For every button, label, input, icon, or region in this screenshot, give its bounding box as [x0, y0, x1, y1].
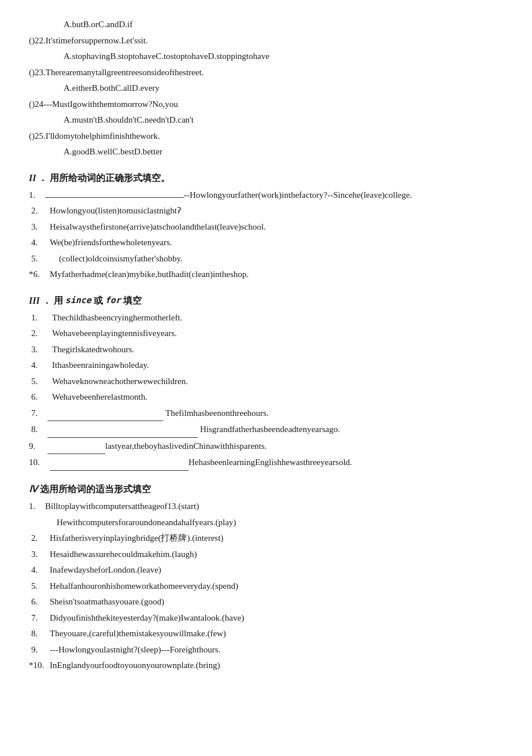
section2-dot: ．: [38, 170, 47, 186]
s4-n5: 5.: [29, 579, 45, 594]
section2-zh: 用所给动词的正确形式填空。: [50, 170, 170, 186]
q22: ()22.It'stimeforsuppernow.Let'ssit.: [29, 34, 503, 49]
q24-text: ()24---MustIgowiththemtomorrow?No,you: [29, 99, 178, 109]
s4-n10: *10.: [29, 658, 50, 673]
s3-item5: 5. Wehaveknowneachotherwewechildren.: [29, 374, 503, 389]
section2-item4: 4. We(be)friendsforthewholetenyears.: [29, 235, 503, 250]
q25-options: A.goodB.wellC.bestD.better: [29, 145, 503, 160]
s4-item1: 1. Billtoplaywithcomputersattheageof13.(…: [29, 499, 503, 514]
s3-t1: Thechildhasbeencryinghermotherleft.: [47, 311, 182, 326]
item1-num: 1.: [29, 188, 45, 203]
section3-zh1: 用: [54, 293, 63, 308]
q23-text: ()23.Therearemanytallgreentreesonsideoft…: [29, 68, 204, 77]
s3-n5: 5.: [29, 374, 47, 389]
s3-t9: lastyear,theboyhaslivedinChinawithhispar…: [105, 439, 267, 454]
item2-text: Howlongyou(listen)tomusiclastnightʔ: [45, 204, 182, 219]
item4-num: 4.: [29, 235, 45, 250]
s3-item4: 4. Ithasbeenrainingawholeday.: [29, 358, 503, 373]
item2-num: 2.: [29, 204, 45, 219]
q22-options: A.stophavingB.stoptohaveC.tostoptohaveD.…: [29, 49, 503, 64]
s4-t8: Theyouare,(careful)themistakesyouwillmak…: [45, 626, 226, 641]
s4-t2: Hisfatherisveryinplayingbridge(打桥牌).(int…: [45, 531, 223, 546]
s4-n2: 2.: [29, 531, 45, 546]
s3-n4: 4.: [29, 358, 47, 373]
s3-n3: 3.: [29, 342, 47, 357]
s4-item6: 6. Sheisn'tsoatmathasyouare.(good): [29, 595, 503, 610]
s4-item4: 4. InafewdaysheforLondon.(leave): [29, 563, 503, 578]
q24: ()24---MustIgowiththemtomorrow?No,you: [29, 97, 503, 112]
q-footer-options: A.butB.orC.andD.if: [29, 17, 503, 32]
s3-n1: 1.: [29, 311, 47, 326]
s3-item7: 7. Thefilmhasbeenonthreehours.: [29, 406, 503, 422]
section3-or: 或: [94, 293, 103, 308]
item3-text: Heisalwaysthefirstone(arrive)atschooland…: [45, 220, 266, 235]
section2-roman: II: [29, 170, 36, 186]
s4-n1: 1.: [29, 499, 45, 514]
s3-item3: 3. Thegirlskatedtwohours.: [29, 342, 503, 357]
section3-dot: ．: [42, 293, 51, 308]
page-content: A.butB.orC.andD.if ()22.It'stimeforsuppe…: [29, 17, 503, 673]
section4-roman: Ⅳ: [29, 481, 38, 497]
item5-text: (collect)oldcoinsismyfather'shobby.: [45, 252, 183, 267]
s3-item8: 8. Hisgrandfatherhasbeendeadtenyearsago.: [29, 422, 503, 438]
q25-text: ()25.I'lldomytohelphimfinishthework.: [29, 131, 160, 141]
item1-blank: [45, 197, 184, 198]
section3-since: since: [65, 293, 91, 308]
item4-text: We(be)friendsforthewholetenyears.: [45, 235, 172, 250]
q25: ()25.I'lldomytohelphimfinishthework.: [29, 129, 503, 144]
s4-n4: 4.: [29, 563, 45, 578]
s4-n3: 3.: [29, 547, 45, 562]
s4-item3: 3. Hesaidhewassurehecouldmakehim.(laugh): [29, 547, 503, 562]
s3-n7: 7.: [29, 406, 47, 421]
s3-blank8: [47, 422, 198, 438]
q23: ()23.Therearemanytallgreentreesonsideoft…: [29, 65, 503, 80]
s4-n6: 6.: [29, 595, 45, 610]
q22-options-text: A.stophavingB.stoptohaveC.tostoptohaveD.…: [64, 51, 269, 61]
s3-t4: Ithasbeenrainingawholeday.: [47, 358, 149, 373]
item5-num: 5.: [29, 252, 45, 267]
section2-item6: *6. Myfatherhadme(clean)mybike,butIhadit…: [29, 267, 503, 282]
s4-t1b: Hewithcomputersforaroundoneandahalfyears…: [57, 515, 236, 530]
section2-item3: 3. Heisalwaysthefirstone(arrive)atschool…: [29, 220, 503, 235]
q23-options: A.eitherB.bothC.allD.every: [29, 81, 503, 96]
s3-item6: 6. Wehavebeenherelastmonth.: [29, 390, 503, 405]
s3-item9: 9. lastyear,theboyhaslivedinChinawithhis…: [29, 439, 503, 455]
s4-n7: 7.: [29, 611, 45, 626]
s4-t1: Billtoplaywithcomputersattheageof13.(sta…: [45, 499, 199, 514]
s4-n9: 9.: [29, 643, 45, 658]
section2-item2: 2. Howlongyou(listen)tomusiclastnightʔ: [29, 204, 503, 219]
q24-options-text: A.mustn'tB.shouldn'tC.needn'tD.can't: [64, 115, 194, 124]
s4-item5: 5. Hehalfanhouronhishomeworkathomeeveryd…: [29, 579, 503, 594]
s3-n9: 9.: [29, 439, 47, 454]
s4-item7: 7. Didyoufinishthekiteyesterday?(make)Iw…: [29, 611, 503, 626]
section2-item1: 1. --Howlongyourfather(work)inthefactory…: [29, 188, 503, 203]
s3-item10: 10. HehasbeenlearningEnglishhewasthreeye…: [29, 455, 503, 471]
s3-t3: Thegirlskatedtwohours.: [47, 342, 134, 357]
item1-text: --Howlongyourfather(work)inthefactory?--…: [184, 188, 412, 203]
item6-text: Myfatherhadme(clean)mybike,butIhadit(cle…: [50, 267, 249, 282]
s3-n8: 8.: [29, 422, 47, 437]
section4-zh: 选用所给词的适当形式填空: [40, 481, 151, 497]
s4-n8: 8.: [29, 626, 45, 641]
section2-header: II ． 用所给动词的正确形式填空。: [29, 170, 503, 186]
s4-t9: ---Howlongyoulastnight?(sleep)---Foreigh…: [45, 643, 220, 658]
section4-header: Ⅳ 选用所给词的适当形式填空: [29, 481, 503, 497]
section1-tail: A.butB.orC.andD.if ()22.It'stimeforsuppe…: [29, 17, 503, 160]
section3-end: 填空: [123, 293, 142, 308]
s3-n10: 10.: [29, 455, 50, 470]
section2-item5: 5. (collect)oldcoinsismyfather'shobby.: [29, 252, 503, 267]
q24-options: A.mustn'tB.shouldn'tC.needn'tD.can't: [29, 113, 503, 128]
s4-item2: 2. Hisfatherisveryinplayingbridge(打桥牌).(…: [29, 531, 503, 546]
item6-num: *6.: [29, 267, 50, 282]
s4-item1b: Hewithcomputersforaroundoneandahalfyears…: [29, 515, 503, 530]
s3-blank9: [47, 439, 105, 455]
s4-t5: Hehalfanhouronhishomeworkathomeeveryday.…: [45, 579, 238, 594]
s3-t5: Wehaveknowneachotherwewechildren.: [47, 374, 188, 389]
s4-item9: 9. ---Howlongyoulastnight?(sleep)---Fore…: [29, 643, 503, 658]
s3-n2: 2.: [29, 326, 47, 341]
section4: Ⅳ 选用所给词的适当形式填空 1. Billtoplaywithcomputer…: [29, 481, 503, 673]
section3: III ． 用 since 或 for 填空 1. Thechildhasbee…: [29, 293, 503, 471]
item3-num: 3.: [29, 220, 45, 235]
s4-t7: Didyoufinishthekiteyesterday?(make)Iwant…: [45, 611, 244, 626]
q23-options-text: A.eitherB.bothC.allD.every: [64, 83, 160, 93]
